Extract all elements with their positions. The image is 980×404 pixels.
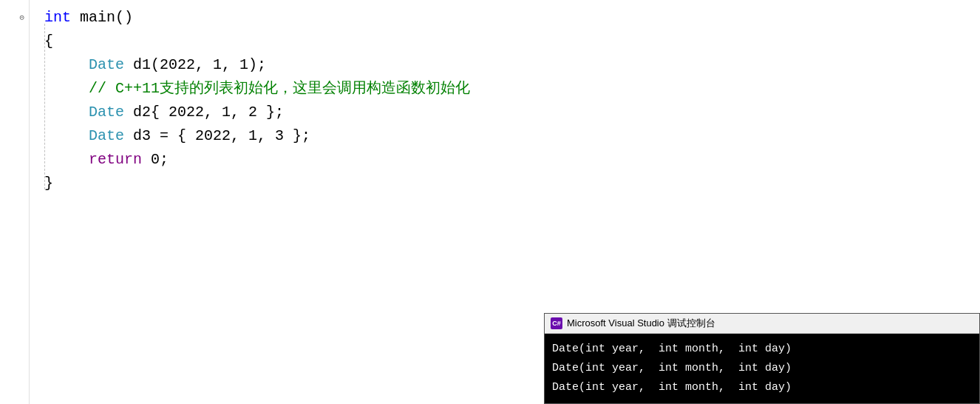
console-titlebar[interactable]: C# Microsoft Visual Studio 调试控制台 bbox=[545, 314, 979, 334]
code-line-close-brace: } bbox=[44, 172, 980, 195]
console-title: Microsoft Visual Studio 调试控制台 bbox=[567, 317, 715, 330]
code-line-d1: Date d1(2022, 1, 1); bbox=[44, 53, 980, 77]
return-value: 0; bbox=[142, 148, 169, 172]
type-date-1: Date bbox=[89, 53, 124, 77]
code-line-comment: // C++11支持的列表初始化，这里会调用构造函数初始化 bbox=[44, 77, 980, 101]
code-d1-args: d1(2022, 1, 1); bbox=[124, 53, 266, 77]
code-d2-args: d2{ 2022, 1, 2 }; bbox=[124, 101, 284, 124]
line-gutter: ⊝ bbox=[0, 0, 30, 404]
code-line-return: return 0; bbox=[44, 148, 980, 172]
console-vs-icon: C# bbox=[551, 317, 562, 329]
console-output-line-2: Date(int year, int month, int day) bbox=[552, 359, 972, 378]
keyword-return: return bbox=[89, 148, 142, 172]
type-date-2: Date bbox=[89, 101, 124, 124]
console-output-line-1: Date(int year, int month, int day) bbox=[552, 340, 972, 359]
collapse-marker[interactable]: ⊝ bbox=[19, 6, 24, 30]
code-line-open-brace: { bbox=[44, 30, 980, 53]
console-icon-label: C# bbox=[552, 320, 561, 327]
console-output-line-3: Date(int year, int month, int day) bbox=[552, 378, 972, 397]
comment-text: // C++11支持的列表初始化，这里会调用构造函数初始化 bbox=[89, 77, 470, 101]
close-brace: } bbox=[44, 172, 53, 195]
open-brace: { bbox=[44, 30, 53, 53]
code-line-func-header: int main() bbox=[44, 6, 980, 30]
console-popup: C# Microsoft Visual Studio 调试控制台 Date(in… bbox=[544, 313, 980, 404]
func-name: main() bbox=[71, 6, 133, 30]
code-line-d3: Date d3 = { 2022, 1, 3 }; bbox=[44, 124, 980, 148]
code-editor: ⊝ int main() { Date d1(2022, 1, 1); // C… bbox=[0, 0, 980, 404]
code-line-d2: Date d2{ 2022, 1, 2 }; bbox=[44, 101, 980, 124]
code-d3-args: d3 = { 2022, 1, 3 }; bbox=[124, 124, 310, 148]
type-date-3: Date bbox=[89, 124, 124, 148]
console-body: Date(int year, int month, int day) Date(… bbox=[545, 334, 979, 403]
code-content: int main() { Date d1(2022, 1, 1); // C++… bbox=[30, 0, 980, 404]
keyword-int: int bbox=[44, 6, 71, 30]
